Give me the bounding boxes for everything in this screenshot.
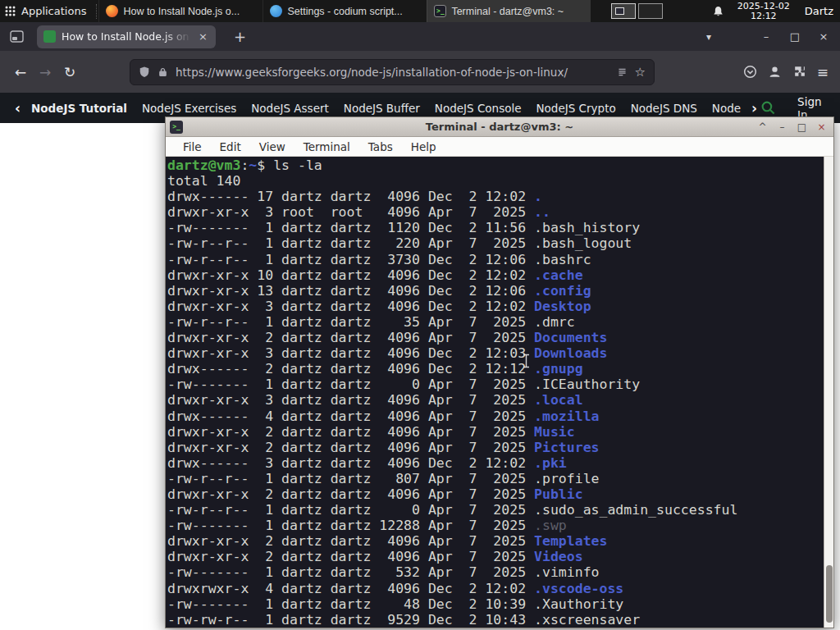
taskbar-window-terminal[interactable]: >_ Terminal - dartz@vm3: ~ (427, 0, 591, 22)
forward-button[interactable]: → (33, 64, 57, 80)
clock-date: 2025-12-02 (737, 2, 790, 11)
menu-file[interactable]: File (174, 140, 211, 153)
text-cursor-pointer (522, 354, 531, 372)
tabbar-controls: ▾ – □ × (706, 30, 840, 43)
task-label: Settings - codium script... (287, 6, 420, 17)
menu-tabs[interactable]: Tabs (359, 140, 402, 153)
taskbar-window-settings[interactable]: Settings - codium script... (262, 0, 427, 22)
terminal-scrollbar[interactable] (824, 157, 833, 628)
gfg-nav-item[interactable]: Node (712, 102, 741, 115)
menu-help[interactable]: Help (402, 140, 445, 153)
clock[interactable]: 2025-12-02 12:12 (737, 2, 790, 21)
menu-view[interactable]: View (250, 140, 294, 153)
terminal-line: -rw------- 1 dartz dartz 532 Apr 7 2025 … (167, 564, 824, 580)
terminal-scrollbar-thumb[interactable] (826, 565, 833, 623)
toolbar-right-icons: ≡ (743, 64, 840, 80)
taskbar: Applications How to Install Node.js o...… (0, 0, 840, 22)
tracking-protection-shield-icon[interactable] (139, 66, 150, 78)
new-tab-button[interactable]: + (229, 28, 251, 45)
lock-icon[interactable] (158, 66, 168, 78)
applications-icon (5, 6, 16, 16)
terminal-menubar: File Edit View Terminal Tabs Help (166, 137, 833, 157)
nav-scroll-right-icon[interactable]: › (748, 100, 760, 116)
terminal-line: -rw------- 1 dartz dartz 1120 Dec 2 11:5… (167, 220, 824, 235)
terminal-line: -rw-r--r-- 1 dartz dartz 220 Apr 7 2025 … (167, 235, 824, 251)
reader-mode-icon[interactable] (617, 66, 628, 78)
save-to-pocket-icon[interactable] (743, 65, 757, 79)
terminal-output[interactable]: dartz@vm3:~$ ls -latotal 140drwx------ 1… (166, 157, 824, 628)
gfg-nav-item[interactable]: NodeJS Assert (251, 102, 329, 115)
hamburger-menu-icon[interactable]: ≡ (817, 64, 829, 80)
reload-button[interactable]: ↻ (57, 64, 82, 80)
workspace-1[interactable] (611, 3, 636, 19)
applications-menu[interactable]: Applications (0, 0, 94, 22)
menu-edit[interactable]: Edit (211, 140, 250, 153)
url-bar[interactable]: https://www.geeksforgeeks.org/node-js/in… (130, 59, 655, 85)
workspace-switcher[interactable] (611, 3, 663, 19)
search-icon[interactable] (760, 100, 776, 116)
notifications-icon[interactable] (712, 5, 724, 18)
menu-terminal[interactable]: Terminal (294, 140, 359, 153)
bookmark-star-icon[interactable]: ☆ (635, 65, 646, 80)
terminal-body: dartz@vm3:~$ ls -latotal 140drwx------ 1… (166, 157, 833, 628)
user-menu[interactable]: Dartz (805, 5, 840, 17)
tab-title: How to Install Node.js on (62, 30, 191, 43)
terminal-line: drwxr-xr-x 2 dartz dartz 4096 Apr 7 2025… (167, 486, 824, 502)
terminal-line: -rw-r--r-- 1 dartz dartz 3730 Dec 2 12:0… (167, 252, 824, 267)
gfg-nav-item-tutorial[interactable]: NodeJS Tutorial (31, 102, 127, 115)
gfg-nav-item[interactable]: NodeJS DNS (631, 102, 697, 115)
terminal-line: drwxr-xr-x 2 dartz dartz 4096 Apr 7 2025… (167, 424, 824, 440)
terminal-line: drwx------ 17 dartz dartz 4096 Dec 2 12:… (167, 189, 824, 204)
list-all-tabs-icon[interactable]: ▾ (706, 31, 711, 43)
tab-favicon-gfg (43, 30, 56, 43)
workspace-2[interactable] (638, 3, 663, 19)
terminal-line: drwx------ 4 dartz dartz 4096 Apr 7 2025… (167, 409, 824, 424)
terminal-line: -rw------- 1 dartz dartz 48 Dec 2 10:39 … (167, 596, 824, 612)
task-label: Terminal - dartz@vm3: ~ (451, 6, 584, 17)
terminal-line: drwxr-xr-x 3 dartz dartz 4096 Dec 2 12:0… (167, 345, 824, 361)
terminal-line: -rw------- 1 dartz dartz 0 Apr 7 2025 .I… (167, 377, 824, 392)
terminal-line: dartz@vm3:~$ ls -la (167, 158, 824, 173)
terminal-line: drwxr-xr-x 2 dartz dartz 4096 Apr 7 2025… (167, 440, 824, 455)
browser-toolbar: ← → ↻ https://www.geeksforgeeks.org/node… (0, 51, 840, 93)
terminal-line: drwxr-xr-x 2 dartz dartz 4096 Apr 7 2025… (167, 533, 824, 549)
extensions-icon[interactable] (792, 65, 806, 79)
gfg-nav-item[interactable]: NodeJS Crypto (536, 102, 616, 115)
nav-scroll-left-icon[interactable]: ‹ (11, 100, 24, 116)
applications-label: Applications (21, 5, 86, 17)
window-close-button[interactable]: × (814, 30, 833, 43)
terminal-titlebar[interactable]: >_ Terminal - dartz@vm3: ~ ^ – □ × (166, 117, 833, 137)
terminal-line: drwx------ 3 dartz dartz 4096 Dec 2 12:0… (167, 455, 824, 471)
terminal-line: drwxr-xr-x 3 dartz dartz 4096 Dec 2 12:0… (167, 299, 824, 314)
terminal-icon: >_ (434, 5, 446, 17)
terminal-window: >_ Terminal - dartz@vm3: ~ ^ – □ × File … (165, 116, 834, 628)
panel-separator (96, 4, 97, 19)
window-minimize-button[interactable]: – (756, 30, 776, 43)
shade-button[interactable]: ^ (756, 121, 769, 133)
terminal-line: drwxr-xr-x 2 dartz dartz 4096 Apr 7 2025… (167, 330, 824, 345)
terminal-line: -rw------- 1 dartz dartz 12288 Apr 7 202… (167, 518, 824, 533)
back-button[interactable]: ← (8, 64, 33, 80)
account-icon[interactable] (768, 65, 782, 79)
gfg-nav-item[interactable]: NodeJS Buffer (344, 102, 420, 115)
terminal-line: drwxr-xr-x 13 dartz dartz 4096 Dec 2 12:… (167, 283, 824, 299)
terminal-line: drwxr-xr-x 3 root root 4096 Apr 7 2025 .… (167, 204, 824, 220)
terminal-line: drwxrwxr-x 4 dartz dartz 4096 Dec 2 12:0… (167, 581, 824, 596)
terminal-line: -rw-r--r-- 1 dartz dartz 0 Apr 7 2025 .s… (167, 502, 824, 518)
tab-close-icon[interactable]: × (197, 30, 209, 43)
tab-nodejs-install[interactable]: How to Install Node.js on × (37, 25, 216, 48)
terminal-minimize-button[interactable]: – (776, 121, 788, 133)
clock-time: 12:12 (737, 11, 790, 21)
gfg-nav-item[interactable]: NodeJS Console (435, 102, 522, 115)
tab-bar: How to Install Node.js on × + ▾ – □ × (0, 22, 840, 51)
terminal-line: drwxr-xr-x 3 dartz dartz 4096 Apr 7 2025… (167, 392, 824, 408)
task-label: How to Install Node.js o... (123, 6, 256, 17)
gfg-nav-item[interactable]: NodeJS Exercises (142, 102, 236, 115)
firefox-view-icon[interactable] (10, 30, 24, 43)
window-maximize-button[interactable]: □ (785, 30, 805, 43)
url-text[interactable]: https://www.geeksforgeeks.org/node-js/in… (176, 66, 609, 79)
terminal-line: -rw-r--r-- 1 dartz dartz 35 Apr 7 2025 .… (167, 314, 824, 330)
terminal-maximize-button[interactable]: □ (796, 121, 808, 133)
terminal-close-button[interactable]: × (815, 121, 828, 133)
taskbar-window-browser[interactable]: How to Install Node.js o... (98, 0, 262, 22)
